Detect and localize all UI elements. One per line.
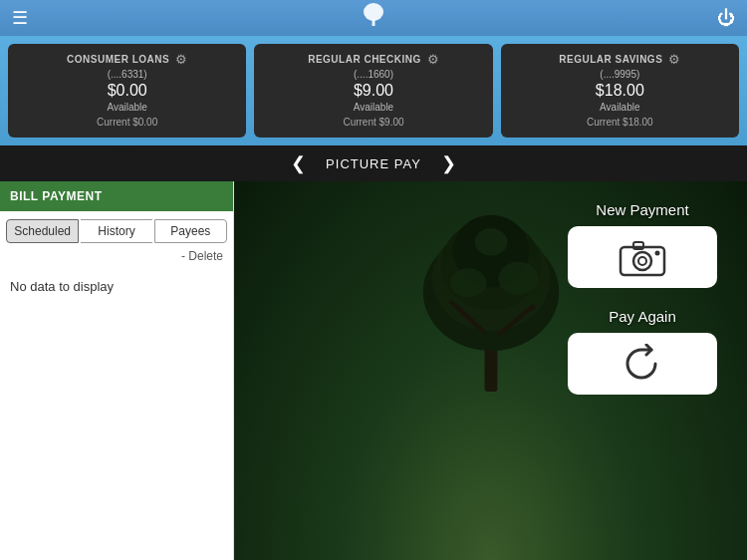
svg-point-13	[633, 252, 651, 270]
regular-savings-title: REGULAR SAVINGS	[559, 54, 662, 65]
consumer-loans-number: (....6331)	[108, 69, 147, 80]
new-payment-label: New Payment	[596, 201, 688, 218]
regular-checking-current: Current $9.00	[343, 117, 403, 128]
account-cards-area: CONSUMER LOANS ⚙ (....6331) $0.00 Availa…	[0, 36, 747, 145]
regular-checking-settings-icon[interactable]: ⚙	[427, 52, 439, 67]
consumer-loans-current: Current $0.00	[97, 117, 157, 128]
consumer-loans-amount: $0.00	[108, 82, 147, 100]
svg-point-14	[638, 257, 646, 265]
svg-point-0	[364, 3, 383, 21]
svg-rect-1	[373, 19, 375, 26]
regular-checking-title: REGULAR CHECKING	[308, 54, 421, 65]
svg-point-11	[474, 228, 507, 255]
picture-pay-left-arrow[interactable]: ❮	[291, 152, 306, 174]
account-card-regular-savings: REGULAR SAVINGS ⚙ (....9995) $18.00 Avai…	[501, 44, 739, 138]
regular-checking-amount: $9.00	[354, 82, 393, 100]
regular-savings-amount: $18.00	[596, 82, 644, 100]
tab-history[interactable]: History	[81, 219, 151, 243]
new-payment-group: New Payment	[568, 201, 717, 288]
picture-pay-label: PICTURE PAY	[326, 156, 421, 171]
tab-bar: Scheduled History Payees	[0, 211, 233, 247]
svg-point-9	[450, 268, 486, 297]
pay-again-group: Pay Again	[568, 308, 717, 395]
svg-point-10	[498, 262, 538, 295]
power-icon[interactable]: ⏻	[717, 8, 735, 29]
tab-scheduled[interactable]: Scheduled	[6, 219, 79, 243]
pay-again-button[interactable]	[568, 333, 717, 395]
tab-payees[interactable]: Payees	[154, 219, 227, 243]
replay-icon	[620, 344, 665, 384]
delete-row: - Delete	[0, 247, 233, 267]
picture-pay-right-arrow[interactable]: ❯	[441, 152, 456, 174]
app-logo	[361, 1, 386, 35]
menu-icon[interactable]: ☰	[12, 7, 28, 29]
consumer-loans-settings-icon[interactable]: ⚙	[175, 52, 187, 67]
regular-checking-number: (....1660)	[354, 69, 393, 80]
regular-savings-settings-icon[interactable]: ⚙	[668, 52, 680, 67]
no-data-message: No data to display	[0, 267, 233, 306]
consumer-loans-title: CONSUMER LOANS	[67, 54, 169, 65]
tree-image	[391, 201, 591, 401]
camera-icon	[618, 237, 667, 277]
regular-savings-number: (....9995)	[600, 69, 639, 80]
main-content: BILL PAYMENT Scheduled History Payees - …	[0, 181, 747, 560]
new-payment-button[interactable]	[568, 226, 717, 288]
top-nav-bar: ☰ ⏻	[0, 0, 747, 36]
picture-pay-bar: ❮ PICTURE PAY ❯	[0, 145, 747, 181]
bill-payment-header: BILL PAYMENT	[0, 181, 233, 211]
svg-point-16	[655, 251, 660, 256]
action-area: New Payment Pay Again	[568, 201, 717, 395]
left-panel: BILL PAYMENT Scheduled History Payees - …	[0, 181, 234, 560]
regular-savings-available: Available	[600, 102, 639, 113]
pay-again-label: Pay Again	[609, 308, 676, 325]
delete-button[interactable]: - Delete	[181, 249, 223, 263]
account-card-regular-checking: REGULAR CHECKING ⚙ (....1660) $9.00 Avai…	[254, 44, 492, 138]
right-panel: New Payment Pay Again	[234, 181, 747, 560]
regular-savings-current: Current $18.00	[587, 117, 653, 128]
regular-checking-available: Available	[354, 102, 393, 113]
account-card-consumer-loans: CONSUMER LOANS ⚙ (....6331) $0.00 Availa…	[8, 44, 246, 138]
consumer-loans-available: Available	[107, 102, 146, 113]
